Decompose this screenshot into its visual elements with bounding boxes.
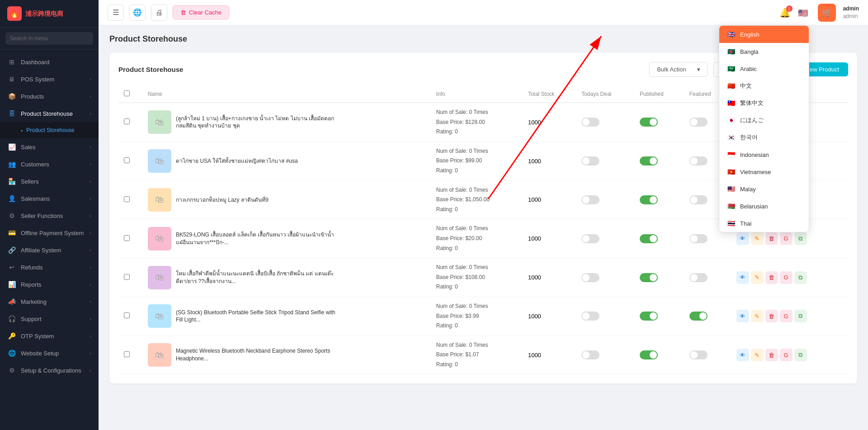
featured-toggle-3[interactable] <box>689 234 708 243</box>
select-all-checkbox[interactable] <box>124 90 130 96</box>
sidebar-subitem-product-storehouse[interactable]: Product Storehouse <box>0 124 99 137</box>
copy-button-6[interactable]: ⧉ <box>794 349 807 361</box>
lang-item-malay[interactable]: 🇲🇾 Malay <box>719 180 809 198</box>
print-button[interactable]: 🖨 <box>151 5 167 21</box>
sidebar-item-reports[interactable]: 📊 Reports › <box>0 276 99 293</box>
lang-item-english[interactable]: 🇬🇧 English <box>719 26 809 43</box>
sidebar-item-website-setup[interactable]: 🌐 Website Setup › <box>0 345 99 362</box>
sidebar-item-offline-payment[interactable]: 💳 Offline Payment System › <box>0 224 99 241</box>
sidebar-item-sellers[interactable]: 🏪 Sellers › <box>0 173 99 190</box>
todays-deal-toggle-5[interactable] <box>581 312 599 321</box>
sidebar-item-setup-config[interactable]: ⚙ Setup & Configurations › <box>0 362 99 379</box>
menu-toggle-button[interactable]: ☰ <box>108 5 124 21</box>
nav-icon-pos: 🖥 <box>7 75 16 84</box>
delete-button-5[interactable]: 🗑 <box>765 310 778 322</box>
sidebar-item-products[interactable]: 📦 Products › <box>0 88 99 105</box>
view-button-6[interactable]: 👁 <box>736 349 749 361</box>
edit-button-5[interactable]: ✎ <box>751 310 764 322</box>
google-button-5[interactable]: G <box>780 310 793 322</box>
published-toggle-0[interactable] <box>640 118 658 127</box>
featured-toggle-2[interactable] <box>689 195 708 204</box>
lang-label-vietnamese: Vietnamese <box>740 169 771 175</box>
delete-button-4[interactable]: 🗑 <box>765 271 778 284</box>
cart-icon: 🛒 <box>822 8 832 18</box>
lang-item-indonesian[interactable]: 🇮🇩 Indonesian <box>719 146 809 163</box>
nav-icon-otp: 🔑 <box>7 331 16 340</box>
sidebar-item-refunds[interactable]: ↩ Refunds › <box>0 259 99 276</box>
row-checkbox-3[interactable] <box>124 235 130 241</box>
sidebar-item-customers[interactable]: 👥 Customers › <box>0 156 99 173</box>
published-toggle-2[interactable] <box>640 195 658 204</box>
featured-toggle-0[interactable] <box>689 118 708 127</box>
published-toggle-6[interactable] <box>640 350 658 359</box>
product-name-3: BK529-LONG เสื้อบลอตส์ แล็คเก็ต เสื้อกัน… <box>176 231 339 246</box>
clear-cache-button[interactable]: 🗑 Clear Cache <box>173 5 229 19</box>
sidebar-search-input[interactable] <box>5 32 93 45</box>
base-price-5: Base Price: $3.99 <box>436 312 517 321</box>
lang-item-japanese[interactable]: 🇯🇵 にほんご <box>719 112 809 129</box>
base-price-4: Base Price: $108.00 <box>436 273 517 283</box>
todays-deal-toggle-3[interactable] <box>581 234 599 243</box>
todays-deal-toggle-2[interactable] <box>581 195 599 204</box>
copy-button-5[interactable]: ⧉ <box>794 310 807 322</box>
delete-button-3[interactable]: 🗑 <box>765 232 778 245</box>
view-button-3[interactable]: 👁 <box>736 232 749 245</box>
sidebar-item-pos[interactable]: 🖥 POS System › <box>0 71 99 88</box>
google-button-3[interactable]: G <box>780 232 793 245</box>
sidebar-item-dashboard[interactable]: ⊞ Dashboard <box>0 53 99 71</box>
language-flag-button[interactable]: 🇺🇸 <box>798 8 811 17</box>
lang-item-korean[interactable]: 🇰🇷 한국어 <box>719 129 809 146</box>
published-toggle-3[interactable] <box>640 234 658 243</box>
edit-button-4[interactable]: ✎ <box>751 271 764 284</box>
copy-button-3[interactable]: ⧉ <box>794 232 807 245</box>
lang-item-belarusian[interactable]: 🇧🇾 Belarusian <box>719 198 809 215</box>
featured-toggle-4[interactable] <box>689 273 708 282</box>
notification-button[interactable]: 🔔 1 <box>779 7 791 18</box>
copy-button-4[interactable]: ⧉ <box>794 271 807 284</box>
todays-deal-toggle-1[interactable] <box>581 156 599 165</box>
featured-toggle-1[interactable] <box>689 156 708 165</box>
featured-toggle-6[interactable] <box>689 350 708 359</box>
globe-button[interactable]: 🌐 <box>129 5 146 21</box>
edit-button-6[interactable]: ✎ <box>751 349 764 361</box>
lang-item-thai[interactable]: 🇹🇭 Thai <box>719 215 809 232</box>
th-todays-deal: Todays Deal <box>576 86 634 103</box>
lang-item-arabic[interactable]: 🇸🇦 Arabic <box>719 60 809 77</box>
cart-button[interactable]: 🛒 <box>818 4 836 22</box>
lang-item-traditional-chinese[interactable]: 🇹🇼 繁体中文 <box>719 95 809 112</box>
row-checkbox-1[interactable] <box>124 157 130 163</box>
row-checkbox-0[interactable] <box>124 118 130 124</box>
row-checkbox-6[interactable] <box>124 351 130 357</box>
row-checkbox-2[interactable] <box>124 196 130 202</box>
published-toggle-5[interactable] <box>640 312 658 321</box>
lang-item-chinese[interactable]: 🇨🇳 中文 <box>719 77 809 95</box>
todays-deal-toggle-4[interactable] <box>581 273 599 282</box>
lang-item-bangla[interactable]: 🇧🇩 Bangla <box>719 43 809 60</box>
sidebar-item-marketing[interactable]: 📣 Marketing › <box>0 293 99 310</box>
row-checkbox-5[interactable] <box>124 312 130 318</box>
sidebar-item-seller-functions[interactable]: ⚙ Seller Functions › <box>0 207 99 224</box>
published-toggle-1[interactable] <box>640 156 658 165</box>
bulk-action-button[interactable]: Bulk Action ▾ <box>649 62 708 77</box>
view-button-5[interactable]: 👁 <box>736 310 749 322</box>
sidebar-item-affiliate[interactable]: 🔗 Affiliate System › <box>0 241 99 259</box>
row-stock-cell: 1000 <box>523 258 576 297</box>
sidebar-item-salesmans[interactable]: 👤 Salesmans › <box>0 190 99 207</box>
google-button-6[interactable]: G <box>780 349 793 361</box>
todays-deal-toggle-6[interactable] <box>581 350 599 359</box>
row-checkbox-4[interactable] <box>124 274 130 280</box>
sidebar-item-product-storehouse[interactable]: 🗄 Product Storehouse › <box>0 105 99 122</box>
sidebar: 🔥 浦示跨境电商 ⊞ Dashboard 🖥 POS System › 📦 Pr… <box>0 0 99 430</box>
todays-deal-toggle-0[interactable] <box>581 118 599 127</box>
google-button-4[interactable]: G <box>780 271 793 284</box>
featured-toggle-5[interactable] <box>689 312 708 321</box>
delete-button-6[interactable]: 🗑 <box>765 349 778 361</box>
lang-item-vietnamese[interactable]: 🇻🇳 Vietnamese <box>719 163 809 180</box>
edit-button-3[interactable]: ✎ <box>751 232 764 245</box>
sidebar-item-otp[interactable]: 🔑 OTP System › <box>0 327 99 345</box>
sidebar-item-sales[interactable]: 📈 Sales › <box>0 138 99 156</box>
base-price-0: Base Price: $128.00 <box>436 118 517 128</box>
published-toggle-4[interactable] <box>640 273 658 282</box>
view-button-4[interactable]: 👁 <box>736 271 749 284</box>
sidebar-item-support[interactable]: 🎧 Support › <box>0 310 99 327</box>
